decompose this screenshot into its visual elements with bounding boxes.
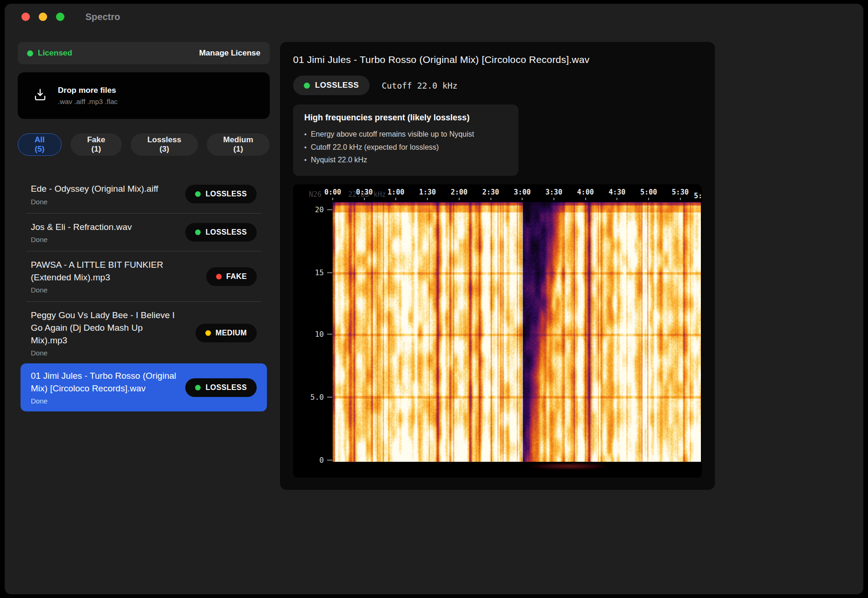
- time-label-text: 5:00: [640, 188, 657, 196]
- license-status: Licensed: [27, 49, 72, 58]
- file-row-1[interactable]: Ede - Odyssey (Original Mix).aiffDoneLOS…: [21, 176, 267, 212]
- time-label: 5:00: [640, 188, 657, 200]
- low-frequency-artifact: [532, 463, 606, 469]
- time-tick: [332, 198, 333, 200]
- drop-files-icon: [33, 87, 48, 104]
- frequency-label: 15: [315, 268, 332, 277]
- dropzone-formats: .wav .aiff .mp3 .flac: [58, 97, 118, 105]
- time-label: 0:00: [324, 188, 341, 200]
- analysis-bullet: Nyquist 22.0 kHz: [304, 153, 507, 167]
- list-divider: [26, 251, 261, 251]
- verdict-badge: LOSSLESS: [293, 76, 370, 95]
- cutoff-value: Cutoff 22.0 kHz: [382, 81, 458, 90]
- file-status: Done: [31, 286, 176, 294]
- time-tick: [680, 198, 681, 200]
- analysis-bullet: Energy above cutoff remains visible up t…: [304, 128, 507, 141]
- badge-dot: [304, 83, 310, 89]
- time-label-text: 1:00: [387, 188, 404, 196]
- time-label: 5:30: [672, 188, 689, 200]
- app-title: Spectro: [85, 12, 120, 22]
- time-label: 4:30: [609, 188, 625, 200]
- time-tick: [616, 198, 617, 200]
- dropzone-title: Drop more files: [58, 86, 118, 95]
- frequency-label-text: 5.0: [310, 393, 324, 402]
- file-row-4[interactable]: Peggy Gou Vs Lady Bee - I Believe I Go A…: [21, 303, 267, 363]
- verdict-badge: LOSSLESS: [185, 223, 257, 242]
- license-bar: Licensed Manage License: [18, 42, 270, 64]
- badge-label: LOSSLESS: [205, 383, 247, 392]
- verdict-badge: LOSSLESS: [185, 185, 257, 203]
- file-name: Peggy Gou Vs Lady Bee - I Believe I Go A…: [31, 309, 176, 347]
- badge-dot: [205, 330, 211, 336]
- filter-chip-fake[interactable]: Fake (1): [70, 133, 122, 156]
- file-status: Done: [31, 397, 176, 405]
- time-tick: [522, 198, 523, 200]
- time-label: 1:30: [419, 188, 436, 200]
- badge-label: MEDIUM: [216, 329, 247, 337]
- file-status: Done: [31, 198, 176, 206]
- filter-chip-medium[interactable]: Medium (1): [207, 133, 270, 156]
- frequency-tick: [327, 396, 332, 397]
- dropzone[interactable]: Drop more files .wav .aiff .mp3 .flac: [18, 72, 270, 119]
- frequency-label: 20: [315, 205, 332, 214]
- time-label: 2:00: [451, 188, 468, 200]
- time-label: 2:30: [482, 188, 499, 200]
- time-label-text: 2:30: [482, 188, 499, 196]
- file-info: Jos & Eli - Refraction.wavDone: [31, 221, 176, 244]
- time-label: 1:00: [387, 188, 404, 200]
- titlebar: Spectro: [5, 4, 863, 30]
- analysis-bullets: Energy above cutoff remains visible up t…: [304, 128, 507, 167]
- sidebar: Licensed Manage License Drop more files …: [18, 42, 270, 490]
- verdict-badge: MEDIUM: [196, 324, 257, 342]
- file-row-5[interactable]: 01 Jimi Jules - Turbo Rosso (Original Mi…: [21, 363, 267, 411]
- file-status: Done: [31, 349, 176, 357]
- frequency-axis: 2015105.00: [293, 202, 332, 462]
- frequency-label-text: 20: [315, 205, 324, 214]
- close-window-button[interactable]: [21, 13, 30, 21]
- filter-chip-lossless[interactable]: Lossless (3): [131, 133, 197, 156]
- time-label-text: 5:30: [672, 188, 689, 196]
- verdict-row: LOSSLESS Cutoff 22.0 kHz: [293, 76, 702, 95]
- time-label-text: 0:00: [324, 188, 341, 196]
- frequency-tick: [327, 459, 332, 460]
- analysis-box: High frequencies present (likely lossles…: [293, 104, 518, 176]
- time-tick: [364, 198, 365, 200]
- time-tick: [490, 198, 491, 200]
- verdict-label: LOSSLESS: [315, 81, 359, 90]
- time-axis: 0:000:301:001:302:002:303:003:304:004:30…: [333, 184, 701, 202]
- spectrogram-watermark: N26: [309, 190, 322, 199]
- frequency-label: 10: [315, 330, 332, 339]
- badge-label: LOSSLESS: [205, 228, 247, 236]
- file-row-3[interactable]: PAWSA - A LITTLE BIT FUNKIER (Extended M…: [21, 252, 267, 300]
- filter-chip-all[interactable]: All (5): [18, 133, 62, 156]
- detail-panel: 01 Jimi Jules - Turbo Rosso (Original Mi…: [280, 42, 715, 490]
- manage-license-button[interactable]: Manage License: [199, 49, 260, 58]
- frequency-tick: [327, 209, 332, 210]
- minimize-window-button[interactable]: [39, 13, 47, 21]
- analysis-heading: High frequencies present (likely lossles…: [304, 113, 507, 123]
- window-content: Licensed Manage License Drop more files …: [5, 30, 863, 490]
- frequency-label-text: 10: [315, 330, 324, 339]
- time-tick: [585, 198, 586, 200]
- file-info: Peggy Gou Vs Lady Bee - I Believe I Go A…: [31, 309, 176, 357]
- time-tick: [395, 198, 396, 200]
- time-label-text: 4:00: [577, 188, 594, 196]
- spectrogram-bottom-margin: [333, 462, 701, 478]
- time-label-text: 3:00: [514, 188, 531, 196]
- filter-chips: All (5)Fake (1)Lossless (3)Medium (1): [18, 133, 270, 156]
- file-row-2[interactable]: Jos & Eli - Refraction.wavDoneLOSSLESS: [21, 215, 267, 250]
- zoom-window-button[interactable]: [56, 13, 64, 21]
- frequency-tick: [327, 334, 332, 334]
- list-divider: [26, 213, 261, 214]
- frequency-label: 0: [319, 456, 332, 465]
- file-name: 01 Jimi Jules - Turbo Rosso (Original Mi…: [31, 370, 176, 395]
- spectrogram-panel: N26 22.05 kHz 0:000:301:001:302:002:303:…: [293, 184, 702, 478]
- time-label-text: 4:30: [609, 188, 625, 196]
- badge-dot: [195, 385, 201, 390]
- app-window: Spectro Licensed Manage License: [5, 4, 863, 594]
- time-label-text: 2:00: [451, 188, 468, 196]
- badge-dot: [195, 191, 201, 197]
- dropzone-text: Drop more files .wav .aiff .mp3 .flac: [58, 86, 118, 105]
- time-tick: [427, 198, 428, 200]
- spectrogram-plot: [333, 202, 701, 462]
